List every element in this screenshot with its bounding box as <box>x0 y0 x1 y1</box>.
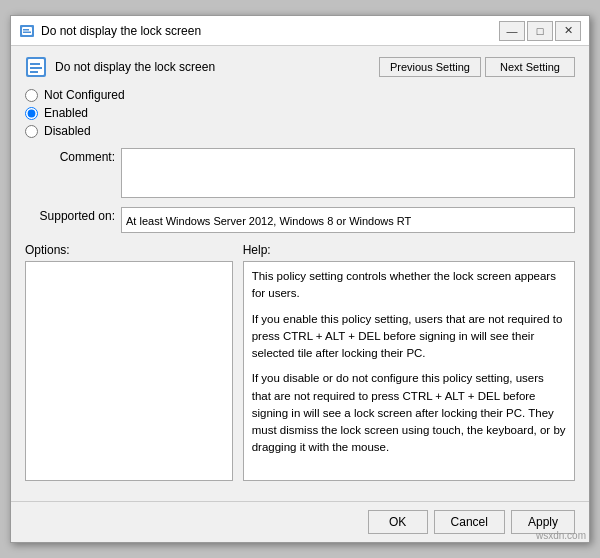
title-bar: Do not display the lock screen — □ ✕ <box>11 16 589 46</box>
supported-value: At least Windows Server 2012, Windows 8 … <box>121 207 575 233</box>
watermark: wsxdn.com <box>536 530 586 541</box>
window-icon <box>19 23 35 39</box>
help-box: This policy setting controls whether the… <box>243 261 575 481</box>
comment-row: Comment: <box>25 148 575 201</box>
options-column: Options: <box>25 243 233 481</box>
supported-field-box: At least Windows Server 2012, Windows 8 … <box>121 207 575 233</box>
svg-rect-8 <box>30 71 38 73</box>
disabled-option[interactable]: Disabled <box>25 124 575 138</box>
svg-rect-2 <box>23 29 29 31</box>
main-window: Do not display the lock screen — □ ✕ Do … <box>10 15 590 543</box>
comment-label: Comment: <box>25 148 115 164</box>
not-configured-radio[interactable] <box>25 89 38 102</box>
form-section: Comment: Supported on: At least Windows … <box>25 148 575 233</box>
header-title: Do not display the lock screen <box>55 60 379 74</box>
supported-row: Supported on: At least Windows Server 20… <box>25 207 575 233</box>
radio-section: Not Configured Enabled Disabled <box>25 88 575 138</box>
options-label: Options: <box>25 243 233 257</box>
cancel-button[interactable]: Cancel <box>434 510 505 534</box>
svg-rect-1 <box>22 27 32 35</box>
footer: OK Cancel Apply <box>11 501 589 542</box>
not-configured-option[interactable]: Not Configured <box>25 88 575 102</box>
options-box <box>25 261 233 481</box>
prev-setting-button[interactable]: Previous Setting <box>379 57 481 77</box>
title-bar-controls: — □ ✕ <box>499 21 581 41</box>
close-button[interactable]: ✕ <box>555 21 581 41</box>
content-area: Do not display the lock screen Previous … <box>11 46 589 501</box>
enabled-radio[interactable] <box>25 107 38 120</box>
ok-button[interactable]: OK <box>368 510 428 534</box>
disabled-radio[interactable] <box>25 125 38 138</box>
enabled-label: Enabled <box>44 106 88 120</box>
supported-label: Supported on: <box>25 207 115 223</box>
nav-buttons: Previous Setting Next Setting <box>379 57 575 77</box>
svg-rect-7 <box>30 67 42 69</box>
header-icon <box>25 56 47 78</box>
minimize-button[interactable]: — <box>499 21 525 41</box>
help-paragraph-1: This policy setting controls whether the… <box>252 268 566 303</box>
help-text: This policy setting controls whether the… <box>252 268 566 457</box>
help-paragraph-2: If you enable this policy setting, users… <box>252 311 566 363</box>
next-setting-button[interactable]: Next Setting <box>485 57 575 77</box>
not-configured-label: Not Configured <box>44 88 125 102</box>
two-col-section: Options: Help: This policy setting contr… <box>25 243 575 481</box>
disabled-label: Disabled <box>44 124 91 138</box>
help-label: Help: <box>243 243 575 257</box>
comment-textarea[interactable] <box>121 148 575 198</box>
svg-rect-6 <box>30 63 40 65</box>
enabled-option[interactable]: Enabled <box>25 106 575 120</box>
header-row: Do not display the lock screen Previous … <box>25 56 575 78</box>
help-column: Help: This policy setting controls wheth… <box>243 243 575 481</box>
help-paragraph-3: If you disable or do not configure this … <box>252 370 566 456</box>
comment-field-box <box>121 148 575 201</box>
svg-rect-3 <box>23 31 31 33</box>
maximize-button[interactable]: □ <box>527 21 553 41</box>
title-bar-text: Do not display the lock screen <box>41 24 499 38</box>
